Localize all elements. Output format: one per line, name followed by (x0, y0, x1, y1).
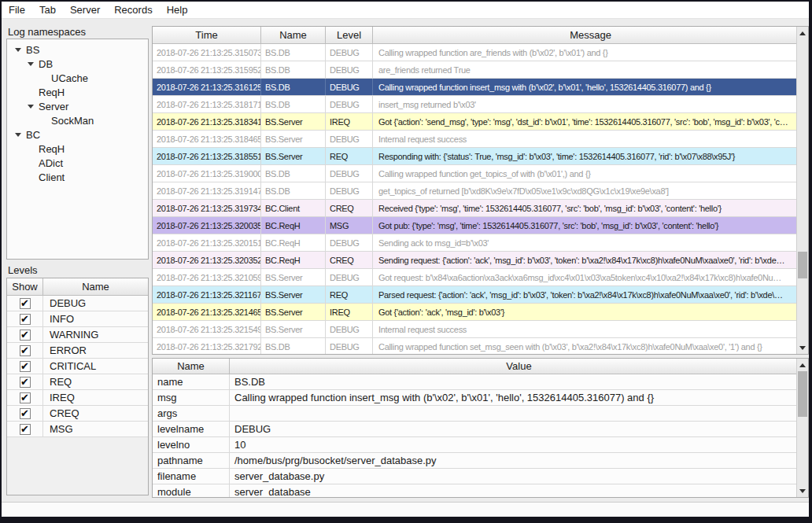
tree-item-reqh[interactable]: ReqH (7, 85, 148, 99)
detail-cell-name: name (153, 374, 230, 389)
level-name-label: CREQ (43, 406, 148, 421)
detail-cell-value (230, 406, 796, 421)
tree-item-db[interactable]: DB (7, 57, 148, 71)
log-cell-level: DEBUG (326, 269, 373, 285)
detail-row-args[interactable]: args (153, 406, 796, 422)
scroll-up-icon[interactable] (797, 28, 808, 39)
checkbox-checked-icon[interactable]: ✔ (20, 424, 31, 435)
scroll-up-icon[interactable] (797, 359, 808, 370)
scroll-down-icon[interactable] (797, 485, 808, 496)
log-row[interactable]: 2018-07-26 21:13:25.320352BC.ReqHCREQSen… (153, 252, 796, 269)
menu-server[interactable]: Server (63, 2, 107, 17)
level-row-critical: ✔CRITICAL (7, 359, 148, 374)
checkbox-checked-icon[interactable]: ✔ (20, 345, 31, 356)
tree-item-client[interactable]: Client (7, 170, 148, 184)
log-cell-name: BS.DB (261, 61, 326, 78)
detail-row-name[interactable]: nameBS.DB (153, 374, 796, 390)
tree-item-label: ReqH (39, 143, 65, 155)
log-cell-message: Calling wrapped function insert_msg with… (373, 79, 796, 95)
tree-item-sockman[interactable]: SockMan (7, 113, 148, 127)
checkbox-checked-icon[interactable]: ✔ (20, 377, 31, 388)
status-bar (2, 502, 809, 517)
log-cell-message: Calling wrapped function are_friends wit… (373, 44, 796, 61)
log-row[interactable]: 2018-07-26 21:13:25.321465BS.ServerIREQG… (153, 304, 796, 321)
tree-item-adict[interactable]: ADict (7, 156, 148, 170)
log-row[interactable]: 2018-07-26 21:13:25.320151BC.ReqHDEBUGSe… (153, 234, 796, 252)
log-row[interactable]: 2018-07-26 21:13:25.320035BC.ReqHMSGGot … (153, 217, 796, 234)
detail-col-name[interactable]: Name (153, 359, 230, 374)
level-row-msg: ✔MSG (7, 422, 148, 437)
log-row[interactable]: 2018-07-26 21:13:25.321549BS.ServerDEBUG… (153, 321, 796, 338)
tree-item-label: UCache (51, 72, 88, 84)
detail-table-scrollbar[interactable] (796, 359, 808, 497)
log-row[interactable]: 2018-07-26 21:13:25.318171BS.DBDEBUGinse… (153, 96, 796, 113)
menu-help[interactable]: Help (160, 2, 195, 17)
checkbox-checked-icon[interactable]: ✔ (20, 361, 31, 372)
tree-expander-icon[interactable] (15, 48, 21, 52)
log-cell-message: Internal request success (373, 321, 796, 337)
detail-row-filename[interactable]: filenameserver_database.py (153, 469, 796, 484)
tree-expander-icon[interactable] (15, 133, 21, 137)
tree-item-bs[interactable]: BS (7, 42, 148, 57)
menu-records[interactable]: Records (107, 2, 159, 17)
log-row[interactable]: 2018-07-26 21:13:25.321792BS.DBDEBUGCall… (153, 338, 796, 355)
tree-expander-icon[interactable] (28, 62, 34, 66)
log-col-time[interactable]: Time (153, 27, 261, 44)
log-col-message[interactable]: Message (373, 27, 808, 44)
log-row[interactable]: 2018-07-26 21:13:25.319000BS.DBDEBUGCall… (153, 165, 796, 182)
detail-scrollbar-thumb[interactable] (798, 371, 807, 417)
menu-file[interactable]: File (2, 2, 32, 17)
detail-col-value[interactable]: Value (230, 359, 808, 374)
detail-row-msg[interactable]: msgCalling wrapped function insert_msg w… (153, 390, 796, 406)
log-cell-time: 2018-07-26 21:13:25.320352 (153, 252, 261, 268)
levels-col-name[interactable]: Name (43, 278, 148, 296)
log-row[interactable]: 2018-07-26 21:13:25.321167BS.ServerREQPa… (153, 286, 796, 304)
log-cell-level: DEBUG (326, 234, 373, 251)
log-row[interactable]: 2018-07-26 21:13:25.321059BS.ServerDEBUG… (153, 269, 796, 286)
log-table-scrollbar[interactable] (796, 27, 808, 354)
menu-tab[interactable]: Tab (32, 2, 63, 17)
log-row[interactable]: 2018-07-26 21:13:25.315073BS.DBDEBUGCall… (153, 44, 796, 61)
scroll-down-icon[interactable] (797, 342, 808, 353)
tree-item-bc[interactable]: BC (7, 127, 148, 142)
log-row[interactable]: 2018-07-26 21:13:25.318341BS.ServerIREQG… (153, 113, 796, 131)
checkbox-checked-icon[interactable]: ✔ (20, 298, 31, 309)
log-row[interactable]: 2018-07-26 21:13:25.319147BS.DBDEBUGget_… (153, 182, 796, 200)
detail-row-module[interactable]: moduleserver_database (153, 484, 796, 498)
level-name-label: IREQ (43, 390, 148, 405)
level-show-cell: ✔ (7, 374, 43, 389)
tree-item-label: BS (26, 44, 39, 56)
log-row[interactable]: 2018-07-26 21:13:25.315952BS.DBDEBUGare_… (153, 61, 796, 79)
log-row[interactable]: 2018-07-26 21:13:25.319734BC.ClientCREQR… (153, 200, 796, 217)
detail-row-levelname[interactable]: levelnameDEBUG (153, 422, 796, 437)
tree-item-server[interactable]: Server (7, 99, 148, 113)
log-cell-name: BC.Client (261, 200, 326, 216)
tree-item-ucache[interactable]: UCache (7, 71, 148, 85)
log-cell-name: BS.DB (261, 79, 326, 95)
levels-col-show[interactable]: Show (7, 278, 43, 296)
checkbox-checked-icon[interactable]: ✔ (20, 330, 31, 341)
checkbox-checked-icon[interactable]: ✔ (20, 314, 31, 325)
checkbox-checked-icon[interactable]: ✔ (20, 392, 31, 403)
log-cell-message: Got {'action': 'ack', 'msg_id': b'\x03'} (373, 304, 796, 320)
log-cell-name: BS.Server (261, 113, 326, 130)
log-col-level[interactable]: Level (326, 27, 373, 44)
level-row-info: ✔INFO (7, 311, 148, 327)
log-cell-time: 2018-07-26 21:13:25.320151 (153, 234, 261, 251)
detail-row-levelno[interactable]: levelno10 (153, 437, 796, 453)
log-cell-level: DEBUG (326, 338, 373, 355)
tree-item-label: Client (39, 171, 65, 183)
tree-item-reqh[interactable]: ReqH (7, 142, 148, 156)
checkbox-checked-icon[interactable]: ✔ (20, 408, 31, 419)
log-row[interactable]: 2018-07-26 21:13:25.316125BS.DBDEBUGCall… (153, 79, 796, 96)
log-scrollbar-thumb[interactable] (798, 252, 807, 278)
detail-cell-name: pathname (153, 453, 230, 468)
log-cell-time: 2018-07-26 21:13:25.319734 (153, 200, 261, 216)
log-cell-level: DEBUG (326, 165, 373, 182)
log-col-name[interactable]: Name (261, 27, 326, 44)
tree-expander-icon[interactable] (28, 105, 34, 109)
detail-row-pathname[interactable]: pathname/home/bus/prg/busocket/server_da… (153, 453, 796, 469)
level-show-cell: ✔ (7, 296, 43, 311)
log-row[interactable]: 2018-07-26 21:13:25.318465BS.ServerDEBUG… (153, 131, 796, 148)
log-row[interactable]: 2018-07-26 21:13:25.318551BS.ServerREQRe… (153, 148, 796, 165)
